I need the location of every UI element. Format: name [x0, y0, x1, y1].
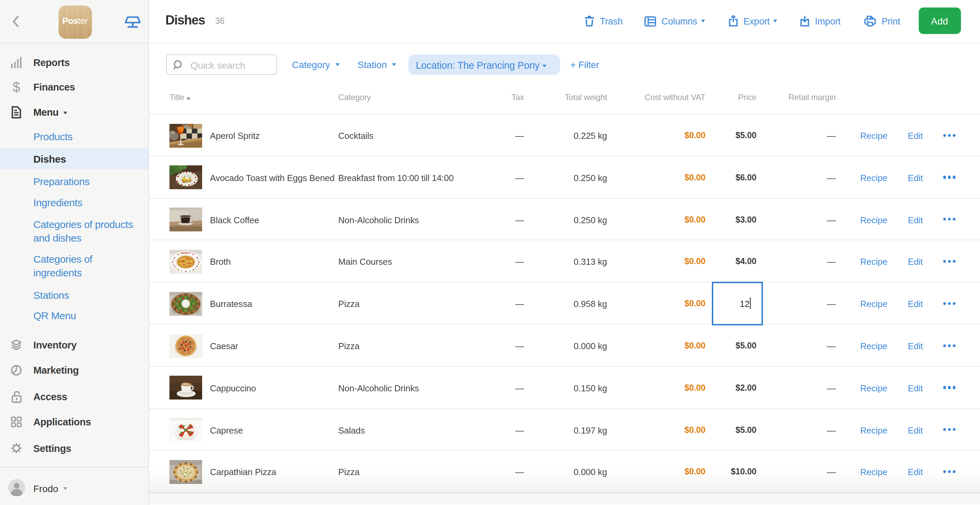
svg-text:MAREVO: MAREVO	[181, 252, 191, 254]
